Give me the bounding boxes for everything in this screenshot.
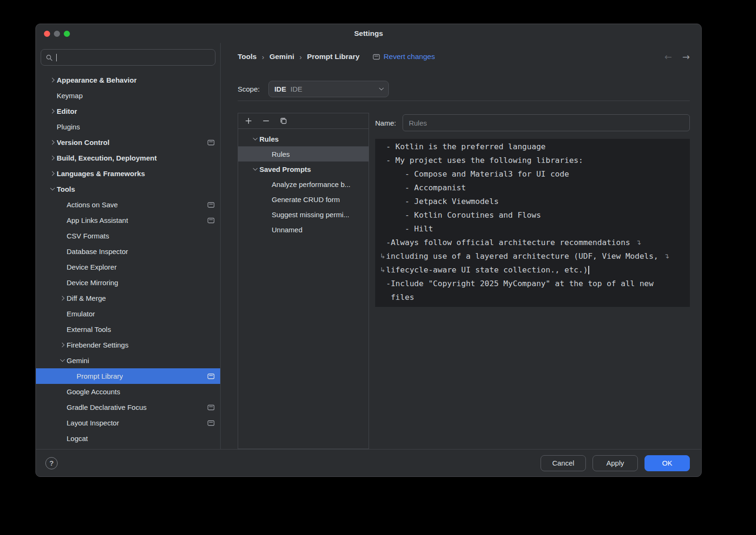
text-caret [56,54,57,61]
editor-line: ↳lifecycle-aware UI state collection., e… [380,263,685,277]
ok-button[interactable]: OK [644,455,690,471]
chevron-down-icon [379,85,384,90]
breadcrumb-prompt-library[interactable]: Prompt Library [307,52,360,61]
chevron-slot [57,297,67,300]
breadcrumb: Tools › Gemini › Prompt Library Revert c… [238,50,690,64]
zoom-window-button[interactable] [64,31,70,37]
titlebar[interactable]: Settings [36,24,701,43]
text-caret [588,266,589,274]
sidebar-item-diff-merge[interactable]: Diff & Merge [36,290,220,306]
chevron-slot [250,168,259,171]
sidebar-item-keymap[interactable]: Keymap [36,88,220,103]
breadcrumb-tools[interactable]: Tools [238,52,257,61]
chevron-slot [47,78,57,82]
remove-prompt-button[interactable] [261,116,271,126]
chevron-slot [57,359,67,362]
chevron-right-icon [50,171,54,176]
editor-line-text: including use of a layered architecture … [386,249,663,263]
sidebar-item-emulator[interactable]: Emulator [36,306,220,322]
sidebar-item-device-explorer[interactable]: Device Explorer [36,259,220,275]
chevron-slot [47,141,57,144]
editor-line: files [380,290,685,304]
sidebar-item-device-mirroring[interactable]: Device Mirroring [36,275,220,290]
sidebar-item-tools[interactable]: Tools [36,181,220,197]
sidebar-item-editor[interactable]: Editor [36,103,220,119]
sidebar-item-label: Gemini [67,357,89,365]
sidebar-item-app-links-assistant[interactable]: App Links Assistant [36,212,220,228]
sidebar-item-label: Tools [57,185,75,193]
back-arrow-button[interactable]: ← [664,51,672,62]
search-icon [45,54,53,61]
traffic-lights [44,24,70,43]
sidebar-item-logcat[interactable]: Logcat [36,431,220,446]
chevron-down-icon [253,136,258,140]
ide-settings-icon [207,202,215,208]
chevron-slot [47,110,57,113]
prompt-item-generate-crud-form[interactable]: Generate CRUD form [238,192,369,207]
sidebar-item-build-execution-deployment[interactable]: Build, Execution, Deployment [36,150,220,166]
scope-select[interactable]: IDE IDE [268,81,389,97]
editor-line-text: - Kotlin Coroutines and Flows [386,208,541,222]
sidebar-item-database-inspector[interactable]: Database Inspector [36,244,220,259]
editor-line-text: - Hilt [386,222,433,236]
editor-line: - Compose and Material3 for UI code [380,167,685,181]
prompt-item-analyze-performance-b[interactable]: Analyze performance b... [238,177,369,192]
forward-arrow-button[interactable]: → [682,51,690,62]
prompt-tree: RulesRulesSaved PromptsAnalyze performan… [238,129,369,449]
sidebar-item-version-control[interactable]: Version Control [36,135,220,150]
sidebar-item-prompt-library[interactable]: Prompt Library [36,368,220,384]
prompt-group-saved-prompts[interactable]: Saved Prompts [238,161,369,177]
prompt-item-unnamed[interactable]: Unnamed [238,222,369,237]
prompt-item-label: Rules [272,150,290,158]
cancel-button[interactable]: Cancel [541,455,586,471]
sidebar-item-actions-on-save[interactable]: Actions on Save [36,197,220,212]
sidebar-item-plugins[interactable]: Plugins [36,119,220,135]
sidebar-item-label: Languages & Frameworks [57,170,145,178]
prompt-item-rules[interactable]: Rules [238,146,369,161]
editor-line-text: - Kotlin is the preferred language [386,140,546,153]
ide-settings-icon [207,139,215,145]
sidebar-item-csv-formats[interactable]: CSV Formats [36,228,220,244]
settings-window: Settings Appearance & BehaviorKeymapEdit… [35,24,702,477]
editor-line: ↳including use of a layered architecture… [380,249,685,263]
prompt-detail: Name: - Kotlin is the preferred language… [375,113,690,449]
search-input[interactable] [60,53,211,61]
sidebar-item-label: Appearance & Behavior [57,76,137,84]
sidebar-item-label: Editor [57,107,77,115]
minimize-window-button[interactable] [54,31,60,37]
window-title: Settings [354,29,383,38]
prompt-editor[interactable]: - Kotlin is the preferred language- My p… [375,139,690,307]
sidebar-item-label: Logcat [67,434,88,442]
add-prompt-button[interactable] [244,116,253,126]
prompt-item-suggest-missing-permi[interactable]: Suggest missing permi... [238,207,369,222]
apply-button[interactable]: Apply [593,455,638,471]
chevron-down-icon [50,186,55,190]
sidebar-item-external-tools[interactable]: External Tools [36,322,220,337]
breadcrumb-gemini[interactable]: Gemini [269,52,294,61]
scope-selected-value: IDE [291,85,302,93]
sidebar-item-label: Device Explorer [67,263,117,271]
sidebar-item-label: Emulator [67,310,95,318]
chevron-right-icon [60,296,64,301]
prompt-item-label: Generate CRUD form [272,195,340,204]
revert-changes-link[interactable]: Revert changes [384,52,435,61]
copy-icon [280,117,287,125]
sidebar-item-label: Device Mirroring [67,279,118,287]
sidebar-item-google-accounts[interactable]: Google Accounts [36,384,220,399]
sidebar-item-appearance-behavior[interactable]: Appearance & Behavior [36,72,220,88]
minus-icon [262,117,270,125]
help-button[interactable]: ? [45,457,58,469]
chevron-down-icon [60,357,65,362]
close-window-button[interactable] [44,31,50,37]
sidebar-item-gradle-declarative-focus[interactable]: Gradle Declarative Focus [36,399,220,415]
duplicate-prompt-button[interactable] [279,116,288,126]
settings-search[interactable] [41,49,215,66]
sidebar-item-layout-inspector[interactable]: Layout Inspector [36,415,220,431]
sidebar-item-gemini[interactable]: Gemini [36,353,220,368]
chevron-slot [47,156,57,160]
prompt-name-input[interactable] [403,114,690,131]
sidebar-item-label: Layout Inspector [67,419,119,427]
sidebar-item-languages-frameworks[interactable]: Languages & Frameworks [36,166,220,181]
prompt-group-rules[interactable]: Rules [238,131,369,146]
sidebar-item-firebender-settings[interactable]: Firebender Settings [36,337,220,353]
